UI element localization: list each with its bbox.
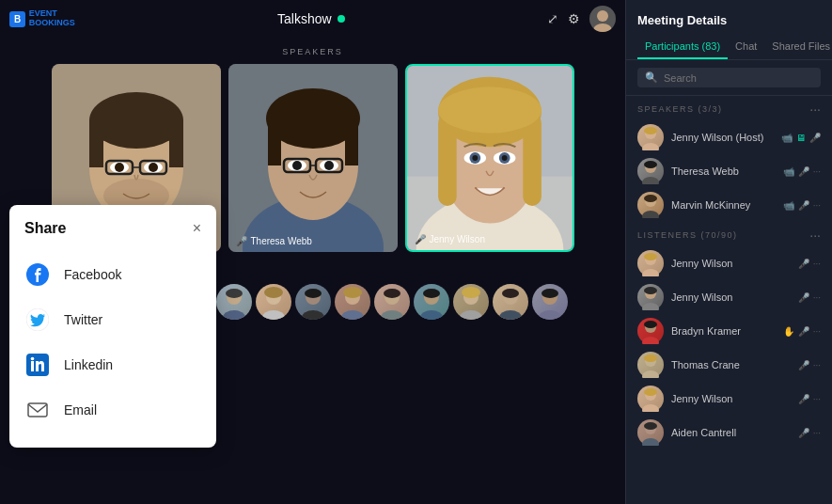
sidebar-tabs: Participants (83) Chat Shared Files xyxy=(626,35,832,60)
svg-point-81 xyxy=(423,289,440,298)
svg-point-101 xyxy=(642,269,659,276)
participant-controls: 📹 🎤 ··· xyxy=(783,200,821,211)
video-icon: 📹 xyxy=(783,166,794,177)
listener-row-aiden[interactable]: Aiden Cantrell 🎤 ··· xyxy=(626,416,832,449)
video-icon: 📹 xyxy=(781,133,793,143)
listener-row-thomas[interactable]: Thomas Crane 🎤 ··· xyxy=(626,348,832,382)
listener-row-jenny2[interactable]: Jenny Wilson 🎤 ··· xyxy=(626,382,832,416)
svg-point-92 xyxy=(642,143,659,150)
listener-13[interactable] xyxy=(493,284,528,320)
user-avatar[interactable] xyxy=(589,6,616,32)
svg-point-42 xyxy=(438,87,542,134)
share-title: Share xyxy=(24,220,66,237)
mic-icon-3: 🎤 xyxy=(415,234,426,244)
listener-11[interactable] xyxy=(414,284,449,320)
speaker-name-3: 🎤 Jenny Wilson xyxy=(415,234,485,244)
listener-9[interactable] xyxy=(335,284,370,320)
participant-name: Marvin McKinney xyxy=(671,199,776,211)
twitter-label: Twitter xyxy=(64,312,102,327)
participant-avatar xyxy=(637,158,664,184)
logo-area: B EVENTBOOKINGS xyxy=(9,9,75,28)
svg-point-114 xyxy=(644,388,657,396)
linkedin-icon xyxy=(24,352,51,378)
header-title: Talkshow xyxy=(277,11,345,26)
svg-point-110 xyxy=(642,370,659,378)
expand-icon[interactable]: ⤢ xyxy=(547,11,558,26)
speakers-more-icon[interactable]: ··· xyxy=(809,102,821,117)
search-icon: 🔍 xyxy=(645,71,658,84)
participant-theresa[interactable]: Theresa Webb 📹 🎤 ··· xyxy=(626,154,832,188)
mic-icon: 🎤 xyxy=(798,200,809,211)
participant-controls: 🎤 ··· xyxy=(798,428,821,438)
speakers-group-header: SPEAKERS (3/3) ··· xyxy=(626,96,832,120)
listener-10[interactable] xyxy=(374,284,410,320)
share-facebook[interactable]: Facebook xyxy=(24,252,201,297)
svg-point-72 xyxy=(305,289,322,298)
speakers-group-label: SPEAKERS (3/3) xyxy=(637,104,723,114)
participant-controls: 🎤 ··· xyxy=(798,360,821,370)
more-icon[interactable]: ··· xyxy=(813,394,821,404)
svg-point-12 xyxy=(115,163,124,172)
logo-text: EVENTBOOKINGS xyxy=(29,9,75,28)
listener-12[interactable] xyxy=(453,284,489,320)
share-email[interactable]: Email xyxy=(24,387,201,433)
svg-point-69 xyxy=(264,287,283,298)
more-icon[interactable]: ··· xyxy=(813,428,821,438)
participant-marvin[interactable]: Marvin McKinney 📹 🎤 ··· xyxy=(626,188,832,222)
listener-row-1[interactable]: Jenny Wilson 🎤 ··· xyxy=(626,246,832,280)
participant-name: Jenny Wilson xyxy=(671,393,791,404)
speaker-card-2[interactable]: 🎤 Theresa Webb xyxy=(228,64,398,252)
more-icon[interactable]: ··· xyxy=(813,259,821,269)
participant-avatar xyxy=(637,124,664,150)
svg-point-98 xyxy=(642,211,659,218)
share-popup: Share × Facebook Twitter xyxy=(9,205,216,448)
listener-row-bradyn[interactable]: Bradyn Kramer ✋ 🎤 ··· xyxy=(626,314,832,348)
more-icon[interactable]: ··· xyxy=(813,166,821,177)
more-icon[interactable]: ··· xyxy=(813,200,821,211)
speaker-card-3[interactable]: 🎤 Jenny Wilson xyxy=(405,64,574,252)
listeners-more-icon[interactable]: ··· xyxy=(809,228,821,243)
svg-point-95 xyxy=(642,177,659,184)
svg-point-116 xyxy=(642,438,659,446)
speakers-label: SPEAKERS xyxy=(9,47,616,56)
tab-chat[interactable]: Chat xyxy=(728,35,764,59)
svg-rect-25 xyxy=(345,120,358,165)
tab-shared-files[interactable]: Shared Files xyxy=(764,35,832,59)
listener-7[interactable] xyxy=(256,284,291,320)
participant-name: Thomas Crane xyxy=(671,359,791,370)
more-icon[interactable]: ··· xyxy=(813,360,821,370)
share-close-button[interactable]: × xyxy=(193,221,201,236)
svg-point-0 xyxy=(597,10,608,22)
settings-icon[interactable]: ⚙ xyxy=(568,11,580,26)
more-icon[interactable]: ··· xyxy=(813,326,821,337)
svg-point-122 xyxy=(31,357,35,361)
sidebar: Meeting Details Participants (83) Chat S… xyxy=(625,0,832,504)
svg-point-87 xyxy=(502,289,519,298)
facebook-icon xyxy=(24,261,51,288)
svg-point-65 xyxy=(223,310,245,320)
share-twitter[interactable]: Twitter xyxy=(24,297,201,342)
tab-participants[interactable]: Participants (83) xyxy=(637,35,728,59)
mic-icon-2: 🎤 xyxy=(236,236,247,246)
listener-14[interactable] xyxy=(532,284,568,320)
more-icon[interactable]: ··· xyxy=(813,292,821,303)
listener-row-2[interactable]: Jenny Wilson 🎤 ··· xyxy=(626,280,832,314)
search-input[interactable] xyxy=(664,72,813,84)
logo-icon: B xyxy=(9,11,25,27)
listener-6[interactable] xyxy=(216,284,252,320)
svg-point-83 xyxy=(460,310,482,320)
session-title: Talkshow xyxy=(277,11,332,26)
svg-point-74 xyxy=(341,310,364,320)
listener-8[interactable] xyxy=(295,284,331,320)
svg-point-104 xyxy=(642,303,659,310)
participant-name: Jenny Wilson xyxy=(671,291,791,303)
svg-point-48 xyxy=(501,155,507,161)
svg-point-90 xyxy=(542,289,558,298)
svg-point-78 xyxy=(384,289,400,298)
search-box: 🔍 xyxy=(637,68,821,87)
mic-icon: 🎤 xyxy=(798,360,809,370)
share-linkedin[interactable]: Linkedin xyxy=(24,342,201,387)
mic-icon: 🎤 xyxy=(798,326,809,337)
svg-rect-123 xyxy=(28,403,47,417)
participant-jenny-host[interactable]: Jenny Wilson (Host) 📹 🖥 🎤 xyxy=(626,120,832,154)
